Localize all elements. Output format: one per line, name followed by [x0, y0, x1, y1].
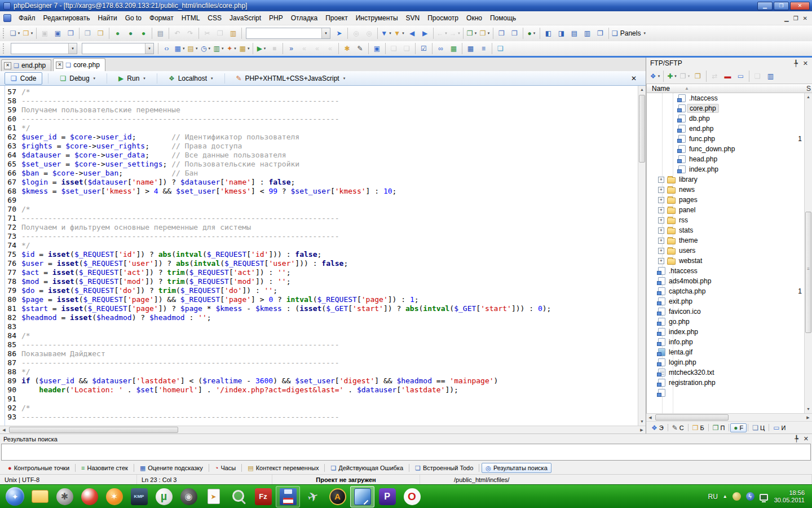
format-style-button[interactable]: ✦▾ [225, 42, 238, 55]
tree-item-db.php[interactable]: db.php [647, 113, 812, 124]
ftp-delete-button[interactable]: ▬ [721, 70, 734, 82]
menu-item-3[interactable]: Go to [121, 12, 145, 24]
quick-search[interactable]: ▾ [246, 28, 330, 39]
ftp-properties-button[interactable]: ❏ [751, 70, 764, 82]
nero[interactable] [77, 486, 102, 507]
filezilla[interactable]: Fz [251, 486, 275, 507]
explorer[interactable] [28, 486, 52, 507]
menu-item-12[interactable]: SVN [402, 12, 424, 24]
class-combo[interactable]: ▾ [82, 43, 154, 54]
prev-document-button[interactable]: ◧ [542, 27, 555, 40]
indent-button[interactable]: » [285, 42, 298, 55]
code-view-button[interactable]: ❏Code [5, 72, 42, 85]
tab-watches[interactable]: ◔Часы [211, 463, 240, 472]
tray-network-icon[interactable] [760, 494, 768, 501]
script-import-button[interactable]: ❏ [400, 42, 413, 55]
menu-item-11[interactable]: Инструменты [352, 12, 402, 24]
tab-call-stack[interactable]: ≡Назовите стек [78, 463, 131, 472]
minimize-button[interactable]: ▁ [757, 2, 773, 10]
panel-snippets[interactable]: ❏Ц [749, 424, 767, 432]
tree-item-go.php[interactable]: go.php [647, 317, 812, 327]
tab-search-results[interactable]: ◎Результаты поиска [482, 463, 551, 473]
aimp[interactable]: A [325, 486, 350, 507]
menu-item-4[interactable]: Формат [145, 12, 178, 24]
table-grid-button[interactable]: ▦ [464, 42, 477, 55]
bookmark-add-button[interactable]: ❐▾ [465, 27, 478, 40]
scroll-down-icon[interactable]: ▼ [805, 405, 812, 413]
scroll-down-icon[interactable]: ▼ [638, 418, 646, 426]
expand-icon[interactable]: + [658, 248, 664, 254]
mdi-close-button[interactable]: ✕ [803, 15, 807, 21]
filter-code-button[interactable]: ▼▾ [379, 27, 392, 40]
toolbar-grip[interactable] [3, 28, 6, 38]
tree-item-info.php[interactable]: info.php [647, 337, 812, 347]
tab-current-error[interactable]: ❏Действующая Ошибка [327, 463, 407, 472]
combo-dropdown-icon[interactable]: ▾ [321, 28, 330, 38]
phpdesigner-app[interactable]: P [375, 486, 399, 507]
download-file-button[interactable]: ❐ [508, 27, 521, 40]
stop-script-button[interactable]: ■ [268, 42, 281, 55]
script-export-button[interactable]: ❏ [387, 42, 400, 55]
copy-page-button[interactable]: ❐ [81, 27, 94, 40]
tab-close-icon[interactable]: ✕ [4, 62, 11, 69]
tree-item-index.php[interactable]: index.php [647, 164, 812, 174]
utorrent[interactable]: µ [152, 486, 176, 507]
format-outdent-button[interactable]: « [324, 42, 337, 55]
tree-item-theme[interactable]: +theme [647, 235, 812, 246]
panel-code[interactable]: ✎С [669, 424, 687, 432]
tree-item-core.php[interactable]: core.php [647, 103, 812, 113]
editor-close-icon[interactable]: ✕ [626, 75, 641, 82]
save-floppy[interactable] [276, 486, 300, 507]
paste-button[interactable]: ▥ [227, 27, 240, 40]
nav-forward-button[interactable]: →▾ [448, 27, 461, 40]
expand-icon[interactable]: + [658, 258, 664, 264]
tree-item-pages[interactable]: +pages [647, 195, 812, 205]
menu-item-1[interactable]: Редактировать [39, 12, 94, 24]
expand-icon[interactable]: + [658, 217, 664, 224]
undo-button[interactable]: ↶ [171, 27, 184, 40]
insert-link-button[interactable]: ∞ [434, 42, 447, 55]
tree-item-.htaccess[interactable]: .htaccess [647, 266, 812, 276]
tree-item-end.php[interactable]: end.php [647, 124, 812, 134]
code-tags-button[interactable]: ‹› [160, 42, 173, 55]
filter-next-button[interactable]: ▶ [418, 27, 431, 40]
upload-file-button[interactable]: ❐ [495, 27, 508, 40]
tray-clock[interactable]: 18:56 30.05.2011 [774, 489, 805, 504]
code-pane[interactable]: 57/*58----------------------------------… [0, 86, 638, 426]
tree-item-mtcheck320.txt[interactable]: mtcheck320.txt [647, 367, 812, 378]
cut-button[interactable]: ✂ [201, 27, 214, 40]
insert-datetime-button[interactable]: ◷▾ [199, 42, 212, 55]
tree-item-ads4mobi.php[interactable]: ads4mobi.php [647, 276, 812, 286]
add-browser-button[interactable]: ● [137, 27, 150, 40]
ftp-rename-button[interactable]: ▭ [734, 70, 747, 82]
combo-dropdown-icon[interactable]: ▾ [68, 43, 77, 54]
tray-expand-icon[interactable]: ▲ [723, 494, 727, 499]
edit-code-button[interactable]: ✎ [354, 42, 367, 55]
tree-item-index.php[interactable]: index.php [647, 327, 812, 337]
kmplayer[interactable]: KMP [127, 486, 151, 507]
menu-item-15[interactable]: Помощь [486, 12, 520, 24]
save-as-button[interactable]: ▣ [51, 27, 64, 40]
tab-todo[interactable]: ❏Встроенный Todo [412, 463, 476, 472]
copy-to-folder-button[interactable]: ❒ [94, 27, 107, 40]
menu-item-6[interactable]: CSS [204, 12, 226, 24]
panel-projects[interactable]: ❐П [710, 424, 728, 432]
scroll-thumb[interactable] [805, 212, 811, 333]
menu-item-13[interactable]: Просмотр [423, 12, 462, 24]
insert-table-button[interactable]: ▦▾ [173, 42, 186, 55]
web-tools-button[interactable]: ●▾ [525, 27, 538, 40]
menu-item-5[interactable]: HTML [178, 12, 204, 24]
insert-widget-button[interactable]: ▦▾ [238, 42, 251, 55]
tab-variables[interactable]: ▤Контекст переменных [244, 463, 322, 472]
phpdesigner-splash[interactable]: ✶ [102, 486, 126, 507]
menu-item-8[interactable]: PHP [265, 12, 287, 24]
tree-item[interactable] [647, 388, 812, 398]
tree-item-library[interactable]: +library [647, 174, 812, 185]
tree-item-func_down.php[interactable]: func_down.php [647, 144, 812, 154]
save-all-button[interactable]: ❐ [64, 27, 77, 40]
search-magnifier[interactable] [226, 486, 250, 507]
media-reel[interactable]: ◉ [176, 486, 201, 507]
find-previous-button[interactable]: ◎ [350, 27, 363, 40]
tree-item-captcha.php[interactable]: captcha.php1 [647, 286, 812, 296]
close-icon[interactable]: ✕ [803, 60, 808, 67]
